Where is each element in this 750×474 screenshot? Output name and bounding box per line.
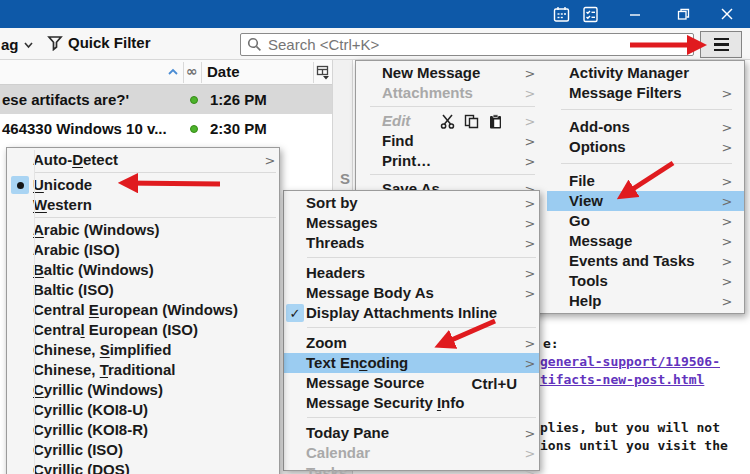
menu-item-western[interactable]: Western bbox=[7, 195, 279, 215]
date-column-header[interactable]: Date bbox=[207, 63, 240, 80]
menu-item-baltic-windows[interactable]: Baltic (Windows) bbox=[7, 260, 279, 280]
menu-item-label: Cyrillic (ISO) bbox=[33, 440, 123, 460]
message-body-link[interactable]: tifacts-new-post.html bbox=[540, 372, 704, 388]
menu-item-activity-manager[interactable]: Activity Manager bbox=[547, 63, 744, 83]
menu-gutter bbox=[7, 195, 33, 215]
unread-column-icon[interactable]: ∞ bbox=[186, 63, 198, 79]
submenu-arrow-icon: > bbox=[718, 120, 736, 135]
column-picker-icon[interactable] bbox=[316, 65, 331, 80]
new-message-dot-icon bbox=[190, 96, 198, 104]
message-body-link[interactable]: general-support/119506- bbox=[540, 354, 720, 370]
sort-ascending-icon bbox=[167, 68, 179, 76]
search-input[interactable] bbox=[262, 36, 687, 53]
menu-item-arabic-iso[interactable]: Arabic (ISO) bbox=[7, 240, 279, 260]
close-button[interactable] bbox=[704, 0, 750, 28]
restore-button[interactable] bbox=[660, 0, 706, 28]
menu-item-label: Unicode bbox=[33, 175, 92, 195]
menu-item-label: Today Pane bbox=[306, 423, 389, 443]
menu-item-file[interactable]: File> bbox=[547, 171, 744, 191]
search-box[interactable] bbox=[240, 33, 694, 56]
menu-gutter bbox=[7, 280, 33, 300]
message-date: 1:26 PM bbox=[203, 91, 267, 108]
chevron-down-icon bbox=[23, 41, 34, 49]
menu-item-label: Activity Manager bbox=[569, 63, 689, 83]
menu-item-baltic-iso[interactable]: Baltic (ISO) bbox=[7, 280, 279, 300]
menu-item-cyrillic-koi8-u[interactable]: Cyrillic (KOI8-U) bbox=[7, 400, 279, 420]
menu-item-message-source[interactable]: Message SourceCtrl+U bbox=[284, 373, 539, 393]
menu-item-label: Cyrillic (DOS) bbox=[33, 460, 130, 474]
menu-item-label: Message Security Info bbox=[306, 393, 464, 413]
calendar-tab-icon[interactable] bbox=[549, 3, 573, 25]
menu-item-message-body-as[interactable]: Message Body As> bbox=[284, 283, 539, 303]
menu-item-unicode[interactable]: Unicode bbox=[7, 175, 279, 195]
menu-item-central-european-iso[interactable]: Central European (ISO) bbox=[7, 320, 279, 340]
menu-gutter bbox=[284, 463, 306, 474]
menu-item-zoom[interactable]: Zoom> bbox=[284, 333, 539, 353]
cut-icon[interactable] bbox=[440, 114, 455, 129]
paste-icon[interactable] bbox=[488, 114, 503, 129]
message-date: 2:30 PM bbox=[203, 120, 267, 137]
menu-item-events-and-tasks[interactable]: Events and Tasks> bbox=[547, 251, 744, 271]
menu-item-message-filters[interactable]: Message Filters> bbox=[547, 83, 744, 103]
menu-item-today-pane[interactable]: Today Pane> bbox=[284, 423, 539, 443]
menu-item-cyrillic-dos[interactable]: Cyrillic (DOS) bbox=[7, 460, 279, 474]
tasks-tab-icon[interactable] bbox=[578, 3, 602, 25]
submenu-arrow-icon: > bbox=[718, 194, 736, 209]
submenu-arrow-icon: > bbox=[718, 234, 736, 249]
menu-item-label: Events and Tasks bbox=[569, 251, 695, 271]
title-bar bbox=[0, 0, 750, 28]
copy-icon[interactable] bbox=[464, 114, 479, 129]
menu-gutter bbox=[284, 233, 306, 253]
menu-item-label: Zoom bbox=[306, 333, 347, 353]
quick-filter-button[interactable]: Quick Filter bbox=[47, 34, 151, 51]
submenu-arrow-icon: > bbox=[718, 254, 736, 269]
message-row[interactable]: 464330 Windows 10 v...2:30 PM bbox=[0, 114, 332, 143]
menu-item-label: Message Filters bbox=[569, 83, 682, 103]
app-menu-button[interactable] bbox=[700, 31, 742, 58]
menu-item-new-message[interactable]: New Message> bbox=[356, 63, 547, 83]
app-menu-left-column: New Message>Attachments>Edit>Find>Print…… bbox=[356, 61, 547, 201]
thunderbird-window: ag Quick Filter ∞ Date ese artifacts are… bbox=[0, 0, 750, 474]
menu-item-calendar: Calendar> bbox=[284, 443, 539, 463]
menu-item-tools[interactable]: Tools> bbox=[547, 271, 744, 291]
view-submenu-popup: Sort by>Messages>Threads>Headers>Message… bbox=[283, 190, 540, 471]
menu-item-arabic-windows[interactable]: Arabic (Windows) bbox=[7, 220, 279, 240]
menu-item-auto-detect[interactable]: Auto-Detect> bbox=[7, 150, 279, 170]
menu-item-help[interactable]: Help> bbox=[547, 291, 744, 311]
menu-item-go[interactable]: Go> bbox=[547, 211, 744, 231]
menu-item-add-ons[interactable]: Add-ons> bbox=[547, 117, 744, 137]
menu-item-cyrillic-koi8-r[interactable]: Cyrillic (KOI8-R) bbox=[7, 420, 279, 440]
menu-item-cyrillic-iso[interactable]: Cyrillic (ISO) bbox=[7, 440, 279, 460]
menu-item-message-security-info[interactable]: Message Security Info bbox=[284, 393, 539, 413]
menu-item-messages[interactable]: Messages> bbox=[284, 213, 539, 233]
menu-item-cyrillic-windows[interactable]: Cyrillic (Windows) bbox=[7, 380, 279, 400]
menu-item-display-attachments-inline[interactable]: ✓Display Attachments Inline bbox=[284, 303, 539, 323]
submenu-arrow-icon: > bbox=[521, 86, 539, 101]
menu-gutter bbox=[284, 353, 306, 373]
menu-item-text-encoding[interactable]: Text Encoding> bbox=[284, 353, 539, 373]
menu-separator bbox=[370, 106, 535, 107]
background-text-fragment: S bbox=[340, 170, 350, 187]
submenu-arrow-icon: > bbox=[521, 216, 539, 231]
menu-item-threads[interactable]: Threads> bbox=[284, 233, 539, 253]
menu-item-message[interactable]: Message> bbox=[547, 231, 744, 251]
menu-separator bbox=[307, 417, 536, 418]
menu-item-central-european-windows[interactable]: Central European (Windows) bbox=[7, 300, 279, 320]
menu-item-chinese-simplified[interactable]: Chinese, Simplified bbox=[7, 340, 279, 360]
menu-item-view[interactable]: View> bbox=[547, 191, 744, 211]
funnel-icon bbox=[47, 35, 63, 51]
menu-gutter bbox=[284, 213, 306, 233]
submenu-arrow-icon: > bbox=[718, 214, 736, 229]
menu-item-headers[interactable]: Headers> bbox=[284, 263, 539, 283]
menu-item-chinese-traditional[interactable]: Chinese, Traditional bbox=[7, 360, 279, 380]
menu-item-shortcut: Ctrl+U bbox=[472, 375, 517, 392]
message-row[interactable]: ese artifacts are?'1:26 PM bbox=[0, 85, 332, 114]
menu-gutter bbox=[7, 150, 33, 170]
menu-item-options[interactable]: Options> bbox=[547, 137, 744, 157]
menu-item-print[interactable]: Print…> bbox=[356, 151, 547, 171]
menu-gutter bbox=[284, 283, 306, 303]
menu-item-find[interactable]: Find> bbox=[356, 131, 547, 151]
minimize-button[interactable] bbox=[612, 0, 658, 28]
tag-button[interactable]: ag bbox=[1, 36, 34, 53]
menu-item-sort-by[interactable]: Sort by> bbox=[284, 193, 539, 213]
